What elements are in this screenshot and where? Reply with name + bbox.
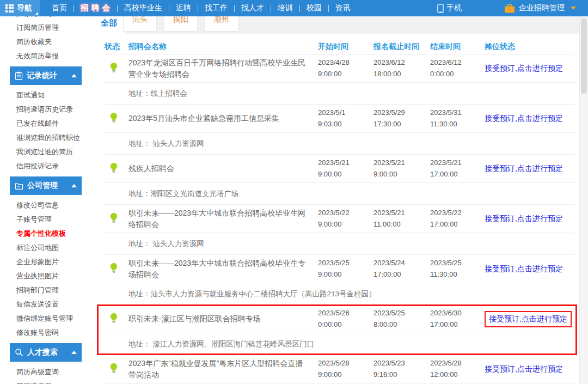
nav-item-findtalent[interactable]: 找人才 <box>235 3 271 13</box>
sidebar-item-favorites[interactable]: 简历收藏夹 <box>0 35 93 49</box>
section-company-label: 公司管理 <box>27 181 68 191</box>
deadline-date: 2023/5/24 <box>373 258 430 269</box>
sidebar-item-sms-settings[interactable]: 短信发送设置 <box>0 297 93 312</box>
sidebar-item-invalid-report[interactable]: 无效简历举报 <box>0 49 93 63</box>
sidebar-item-credit-complaints[interactable]: 信用投诉记录 <box>0 159 93 173</box>
nav-right: 手机 企业招聘管理 <box>437 3 588 13</box>
deadline-date: 2023/6/12 <box>373 57 430 68</box>
nav-item-campus[interactable]: 校园 <box>300 3 328 13</box>
tab-shantou[interactable]: 汕头 <box>123 16 157 32</box>
collapse-arrow-icon[interactable] <box>71 351 77 354</box>
fair-name[interactable]: 2023年广东“稳就业促发展”粤东片区大型招聘会直播带岗活动 <box>128 358 318 380</box>
vertical-scrollbar[interactable] <box>579 16 588 384</box>
sidebar-item-invite-history[interactable]: 招聘邀请历史记录 <box>0 102 93 117</box>
nav-item-home[interactable]: 首页 <box>45 3 74 13</box>
start-time: 9:00:00 <box>318 169 373 180</box>
end-time: 17:00:00 <box>430 169 485 180</box>
phone-icon <box>437 4 444 13</box>
sidebar-section-records[interactable]: 记录统计 <box>10 66 82 85</box>
start-time: 0:00:00 <box>318 319 373 330</box>
account-menu[interactable]: 企业招聘管理 <box>504 3 576 13</box>
lightbulb-icon <box>108 162 120 174</box>
fair-name[interactable]: 职引未来-濠江区与潮阳区联合招聘专场 <box>128 313 318 324</box>
nav-item-graduates[interactable]: 高校毕业生 <box>118 3 169 13</box>
sidebar-item-change-password[interactable]: 修改账号密码 <box>0 326 93 340</box>
booth-booking-link[interactable]: 接受预订,点击进行预定 <box>485 64 563 72</box>
sidebar-item-resume-searcher[interactable]: 简历搜索器 <box>0 379 93 384</box>
briefcase-icon <box>504 4 515 13</box>
sidebar-group-resume: 推荐简历列表 订阅简历管理 简历收藏夹 无效简历举报 <box>0 16 93 63</box>
col-booth: 摊位状态 <box>485 42 575 52</box>
nav-brand-label: 导航 <box>17 3 32 13</box>
sidebar-item-subaccounts[interactable]: 子账号管理 <box>0 212 93 227</box>
nav-item-findjob[interactable]: 找工作 <box>198 3 234 13</box>
sidebar-group-company: 修改公司信息 子账号管理 专属个性化模板 标注公司地图 企业形象图片 营业执照图… <box>0 198 93 340</box>
collapse-arrow-icon[interactable] <box>71 184 77 187</box>
nav-item-news[interactable]: 资讯 <box>329 3 357 13</box>
booth-booking-link[interactable]: 接受预订,点击进行预定 <box>485 214 563 223</box>
lightbulb-icon <box>108 212 120 224</box>
booth-booking-link[interactable]: 接受预订,点击进行预定 <box>485 264 563 273</box>
start-date: 2023/5/1 <box>318 107 373 118</box>
sidebar-item-interview-notice[interactable]: 面试通知 <box>0 88 93 102</box>
sidebar-section-talent-search[interactable]: 人才搜索 <box>10 343 82 362</box>
nav-item-nearby[interactable]: 近聘 <box>169 3 198 13</box>
end-date: 2023/6/30 <box>430 308 485 319</box>
end-date: 2023/5/25 <box>430 258 485 269</box>
end-time: 12:00:00 <box>430 369 485 380</box>
sidebar-item-custom-template[interactable]: 专属个性化模板 <box>0 227 93 241</box>
account-label: 企业招聘管理 <box>519 3 565 13</box>
sidebar-item-partial-top[interactable]: 推荐简历列表 <box>0 16 93 21</box>
sidebar-item-resumes-i-viewed[interactable]: 我浏览过谁的简历 <box>0 145 93 159</box>
lightbulb-icon <box>108 112 120 124</box>
tab-jieyang[interactable]: 揭阳 <box>164 16 198 32</box>
booth-booking-link-highlighted[interactable]: 接受预订,点击进行预定 <box>485 311 572 327</box>
fair-row-highlighted: 职引未来-濠江区与潮阳区联合招聘专场 2023/5/260:00:00 2023… <box>105 305 575 355</box>
fair-row: 2023年龙湖区百日千万网络招聘行动暨高校毕业生民营企业专场招聘会 2023/4… <box>105 54 575 105</box>
sidebar-item-wechat-binding[interactable]: 微信绑定账号管理 <box>0 312 93 326</box>
sidebar-section-company[interactable]: 公司管理 <box>10 176 82 195</box>
booth-booking-link[interactable]: 接受预订,点击进行预定 <box>485 364 563 373</box>
start-date: 2023/5/22 <box>318 208 373 218</box>
section-records-label: 记录统计 <box>27 71 68 81</box>
sidebar-item-edit-company[interactable]: 修改公司信息 <box>0 198 93 212</box>
lightbulb-icon <box>108 362 120 374</box>
fair-name[interactable]: 残疾人招聘会 <box>128 163 318 174</box>
sidebar-item-license-images[interactable]: 营业执照图片 <box>0 269 93 283</box>
deadline-date: 2023/5/23 <box>373 358 430 369</box>
fair-name[interactable]: 职引未来——2023年大中城市联合招聘高校毕业生网络招聘会 <box>128 208 318 230</box>
deadline-time: 11:00:00 <box>373 219 430 230</box>
start-time: 9:00:00 <box>318 369 373 380</box>
sidebar-item-dept-management[interactable]: 招聘部门管理 <box>0 283 93 297</box>
end-date: 2023/5/31 <box>430 107 485 118</box>
mobile-link[interactable]: 手机 <box>437 3 462 13</box>
sidebar-item-company-images[interactable]: 企业形象图片 <box>0 255 93 269</box>
collapse-arrow-icon[interactable] <box>71 74 77 77</box>
deadline-time: 8:00:00 <box>373 319 430 330</box>
start-date: 2023/5/26 <box>318 308 373 319</box>
sidebar-item-advanced-query[interactable]: 简历高级查询 <box>0 365 93 379</box>
start-time: 9:00:00 <box>318 219 373 230</box>
fair-name[interactable]: 职引未来——2023年大中城市联合招聘高校毕业生专场招聘会 <box>128 258 318 280</box>
sidebar-item-sent-mail[interactable]: 已发在线邮件 <box>0 117 93 131</box>
sidebar-item-subscription[interactable]: 订阅简历管理 <box>0 21 93 35</box>
fair-name[interactable]: 2023年5月汕头市企业紧缺急需用工信息采集 <box>128 113 318 124</box>
sidebar-item-map-marker[interactable]: 标注公司地图 <box>0 241 93 255</box>
nav-menu-button[interactable]: 导航 <box>0 0 40 16</box>
booth-booking-link[interactable]: 接受预订,点击进行预定 <box>485 164 563 173</box>
clipboard-icon <box>15 71 23 80</box>
start-time: 9:00:00 <box>318 69 373 80</box>
sidebar-item-who-viewed-jobs[interactable]: 谁浏览我的招聘职位 <box>0 131 93 145</box>
scrollbar-thumb[interactable] <box>581 18 587 94</box>
fair-tabs: 全部 汕头 揭阳 潮州 <box>93 16 579 34</box>
fair-name[interactable]: 2023年龙湖区百日千万网络招聘行动暨高校毕业生民营企业专场招聘会 <box>128 57 318 80</box>
main-content: 状态 招聘会名称 开始时间 报名截止时间 结束时间 摊位状态 2023年龙湖区百… <box>93 34 579 384</box>
grid-icon <box>5 4 14 13</box>
top-navbar: 导航 首页 招 聘 会 高校毕业生 近聘 找工作 找人才 培训 校园 资讯 手机… <box>0 0 588 16</box>
nav-item-jobfair[interactable]: 招 聘 会 <box>74 3 117 13</box>
booth-booking-link[interactable]: 接受预订,点击进行预定 <box>485 114 563 123</box>
tab-all[interactable]: 全部 <box>93 16 125 34</box>
tab-chaozhou[interactable]: 潮州 <box>205 16 238 32</box>
nav-item-training[interactable]: 培训 <box>271 3 299 13</box>
fair-row: 职引未来——2023年大中城市联合招聘高校毕业生专场招聘会 2023/5/259… <box>105 255 575 305</box>
